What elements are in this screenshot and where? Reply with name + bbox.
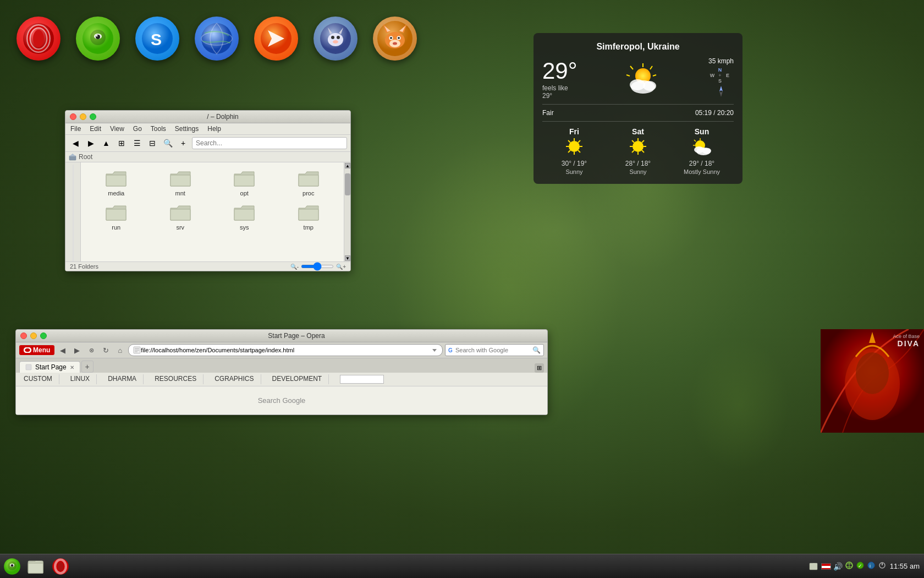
dolphin-menu-help[interactable]: Help xyxy=(206,124,223,133)
google-earth-icon[interactable] xyxy=(195,17,239,61)
icon-view-button[interactable]: ⊞ xyxy=(115,137,128,150)
weather-forecast: Fri 30° / 19° Sunny Sat xyxy=(542,121,734,175)
list-view-button[interactable]: ☰ xyxy=(130,137,144,150)
scroll-down-button[interactable]: ▼ xyxy=(345,255,350,261)
tray-dolphin-icon[interactable] xyxy=(809,561,819,571)
browser-reload-stop-button[interactable]: ⊗ xyxy=(85,344,97,356)
dolphin-menu-view[interactable]: View xyxy=(108,124,126,133)
weather-current-condition: Fair 05:19 / 20:20 xyxy=(542,104,734,117)
dolphin-title: / – Dolphin xyxy=(100,113,346,121)
browser-forward-button[interactable]: ▶ xyxy=(71,344,83,356)
svg-line-59 xyxy=(632,140,634,143)
tray-volume-icon[interactable]: 🔊 xyxy=(833,562,843,571)
new-folder-button[interactable]: + xyxy=(177,137,190,150)
opera-page-content: Search Google xyxy=(16,386,547,415)
opensuse-icon[interactable] xyxy=(76,17,120,61)
bookmark-dharma[interactable]: DHARMA xyxy=(106,374,144,384)
search-input[interactable] xyxy=(455,347,532,353)
browser-close-button[interactable] xyxy=(20,332,27,339)
dolphin-menu-file[interactable]: File xyxy=(69,124,82,133)
dolphin-statusbar: 21 Folders 🔍- 🔍+ xyxy=(65,261,350,271)
dolphin-menu-tools[interactable]: Tools xyxy=(149,124,168,133)
svg-line-38 xyxy=(626,75,630,76)
opera-menu-button[interactable]: Menu xyxy=(19,345,54,355)
folder-icon xyxy=(169,169,191,189)
scroll-up-button[interactable]: ▲ xyxy=(345,163,350,168)
dolphin-menu-go[interactable]: Go xyxy=(131,124,144,133)
skype-icon[interactable]: S xyxy=(135,17,179,61)
folder-srv[interactable]: srv xyxy=(150,201,212,233)
weather-city: Simferopol, Ukraine xyxy=(542,42,734,52)
redfox-icon[interactable] xyxy=(254,17,298,61)
address-bar[interactable] xyxy=(128,344,443,356)
taskbar-files[interactable] xyxy=(24,554,48,579)
opera-icon[interactable] xyxy=(16,17,61,61)
new-tab-button[interactable]: + xyxy=(81,361,94,373)
browser-back-button[interactable]: ◀ xyxy=(57,344,69,356)
bookmark-custom[interactable]: CUSTOM xyxy=(21,374,59,384)
folder-run[interactable]: run xyxy=(85,201,147,233)
tray-power-icon[interactable] xyxy=(878,561,887,571)
address-dropdown-icon[interactable] xyxy=(431,347,438,353)
column-view-button[interactable]: ⊟ xyxy=(146,137,159,150)
folder-tmp[interactable]: tmp xyxy=(278,201,340,233)
bookmark-resources[interactable]: RESOURCES xyxy=(152,374,204,384)
tray-language-icon[interactable] xyxy=(821,563,831,570)
browser-reload-button[interactable]: ↻ xyxy=(100,344,112,356)
bookmark-search-input[interactable] xyxy=(340,375,384,384)
bookmark-cgraphics[interactable]: CGRAPHICS xyxy=(212,374,261,384)
svg-point-42 xyxy=(643,81,656,91)
start-page-tab[interactable]: Start Page ✕ xyxy=(19,361,80,373)
dolphin-menu-settings[interactable]: Settings xyxy=(173,124,200,133)
browser-minimize-button[interactable] xyxy=(30,332,37,339)
dolphin-window: / – Dolphin File Edit View Go Tools Sett… xyxy=(65,110,351,271)
browser-home-button[interactable]: ⌂ xyxy=(114,344,126,356)
dolphin-scrollbar[interactable]: ▲ ▼ xyxy=(344,162,350,261)
folder-mnt[interactable]: mnt xyxy=(150,167,212,199)
svg-rect-79 xyxy=(299,209,318,220)
folder-icon xyxy=(298,169,320,189)
folder-run-label: run xyxy=(112,224,120,231)
scrollbar-thumb[interactable] xyxy=(345,173,350,195)
filter-button[interactable]: 🔍 xyxy=(161,137,174,150)
window-maximize-button[interactable] xyxy=(90,113,96,120)
gimp-icon[interactable] xyxy=(373,17,417,61)
window-minimize-button[interactable] xyxy=(80,113,86,120)
zoom-out-icon[interactable]: 🔍- xyxy=(290,264,299,270)
folder-sys[interactable]: sys xyxy=(213,201,276,233)
search-input[interactable] xyxy=(192,137,347,149)
folder-mnt-label: mnt xyxy=(175,190,185,197)
dolphin-menu-edit[interactable]: Edit xyxy=(88,124,103,133)
zoom-slider[interactable] xyxy=(301,265,334,268)
taskbar-opera[interactable] xyxy=(48,554,73,579)
svg-point-32 xyxy=(398,37,400,39)
search-bar[interactable]: G 🔍 xyxy=(445,344,544,356)
tray-network-icon[interactable] xyxy=(845,561,854,571)
folder-media[interactable]: media xyxy=(85,167,147,199)
system-clock: 11:55 am xyxy=(890,562,920,570)
forward-button[interactable]: ▶ xyxy=(84,137,97,150)
svg-point-3 xyxy=(33,30,44,47)
back-button[interactable]: ◀ xyxy=(69,137,82,150)
bookmark-linux[interactable]: LINUX xyxy=(68,374,97,384)
tab-scroll-button[interactable]: ⊞ xyxy=(535,363,544,373)
bookmark-development[interactable]: DEVELOPMENT xyxy=(270,374,329,384)
up-button[interactable]: ▲ xyxy=(100,137,113,150)
midnight-commander-icon[interactable] xyxy=(314,17,358,61)
svg-point-8 xyxy=(96,35,98,37)
svg-line-35 xyxy=(650,66,652,69)
dolphin-main-area: media mnt opt xyxy=(65,162,350,261)
folder-proc[interactable]: proc xyxy=(278,167,340,199)
tray-update-icon[interactable]: ✓ xyxy=(856,561,865,571)
svg-point-33 xyxy=(393,42,397,45)
window-close-button[interactable] xyxy=(70,113,76,120)
folder-opt[interactable]: opt xyxy=(213,167,276,199)
address-input[interactable] xyxy=(141,347,431,353)
tab-close-button[interactable]: ✕ xyxy=(70,364,74,370)
zoom-controls: 🔍- 🔍+ xyxy=(290,264,346,270)
browser-maximize-button[interactable] xyxy=(40,332,47,339)
tray-misc-icon[interactable]: i xyxy=(867,561,876,571)
search-go-button[interactable]: 🔍 xyxy=(532,346,541,354)
zoom-in-icon[interactable]: 🔍+ xyxy=(336,264,346,270)
taskbar-opensuse[interactable] xyxy=(0,554,24,579)
